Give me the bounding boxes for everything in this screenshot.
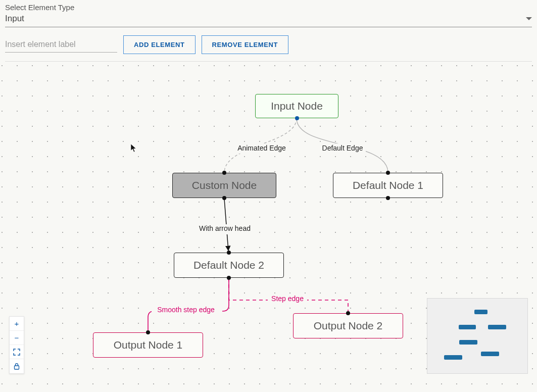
canvas-controls: + − bbox=[9, 316, 24, 374]
minimap-node bbox=[459, 340, 477, 345]
handle-bottom[interactable] bbox=[295, 116, 299, 120]
add-element-button[interactable]: ADD ELEMENT bbox=[123, 35, 196, 54]
handle-top[interactable] bbox=[222, 171, 226, 175]
node-label: Default Node 1 bbox=[353, 179, 423, 191]
edge-default-label: Default Edge bbox=[322, 144, 363, 152]
select-label: Select Element Type bbox=[5, 3, 532, 12]
minimap-node bbox=[474, 310, 487, 314]
element-label-input[interactable] bbox=[5, 37, 117, 53]
handle-top[interactable] bbox=[386, 171, 390, 175]
chevron-down-icon bbox=[526, 17, 532, 20]
lock-icon bbox=[14, 363, 20, 370]
node-output-2[interactable]: Output Node 2 bbox=[293, 313, 403, 338]
lock-button[interactable] bbox=[10, 359, 24, 373]
minimap-node bbox=[481, 352, 499, 356]
edge-animated-label: Animated Edge bbox=[237, 144, 286, 152]
node-input[interactable]: Input Node bbox=[255, 94, 338, 118]
handle-top[interactable] bbox=[227, 251, 231, 255]
minimap-node bbox=[459, 325, 476, 329]
flow-canvas[interactable]: Animated Edge Default Edge With arrow he… bbox=[0, 64, 537, 387]
node-label: Output Node 1 bbox=[114, 339, 183, 351]
minimap[interactable] bbox=[427, 298, 528, 374]
edge-arrow-label: With arrow head bbox=[199, 224, 251, 232]
svg-rect-7 bbox=[15, 366, 19, 369]
handle-bottom[interactable] bbox=[386, 196, 390, 200]
node-output-1[interactable]: Output Node 1 bbox=[93, 332, 203, 358]
node-label: Input Node bbox=[271, 100, 323, 112]
edge-smooth-label: Smooth step edge bbox=[157, 306, 215, 314]
fit-view-button[interactable] bbox=[10, 345, 24, 359]
mouse-cursor-icon bbox=[130, 143, 137, 153]
handle-top[interactable] bbox=[146, 330, 150, 334]
handle-bottom[interactable] bbox=[227, 276, 231, 280]
minimap-node bbox=[488, 325, 506, 329]
select-value: Input bbox=[5, 14, 24, 24]
node-label: Custom Node bbox=[192, 179, 257, 191]
node-label: Output Node 2 bbox=[314, 320, 383, 332]
zoom-out-button[interactable]: − bbox=[10, 331, 24, 345]
node-label: Default Node 2 bbox=[193, 259, 264, 271]
fit-icon bbox=[13, 349, 20, 356]
minimap-node bbox=[444, 355, 462, 360]
handle-bottom[interactable] bbox=[222, 196, 226, 200]
edge-step-label: Step edge bbox=[271, 295, 304, 303]
element-type-select[interactable]: Input bbox=[5, 14, 532, 27]
remove-element-button[interactable]: REMOVE ELEMENT bbox=[202, 35, 288, 54]
node-default-2[interactable]: Default Node 2 bbox=[174, 253, 284, 278]
zoom-in-button[interactable]: + bbox=[10, 317, 24, 331]
handle-top[interactable] bbox=[346, 311, 350, 315]
node-default-1[interactable]: Default Node 1 bbox=[333, 173, 443, 198]
node-custom[interactable]: Custom Node bbox=[172, 173, 276, 198]
